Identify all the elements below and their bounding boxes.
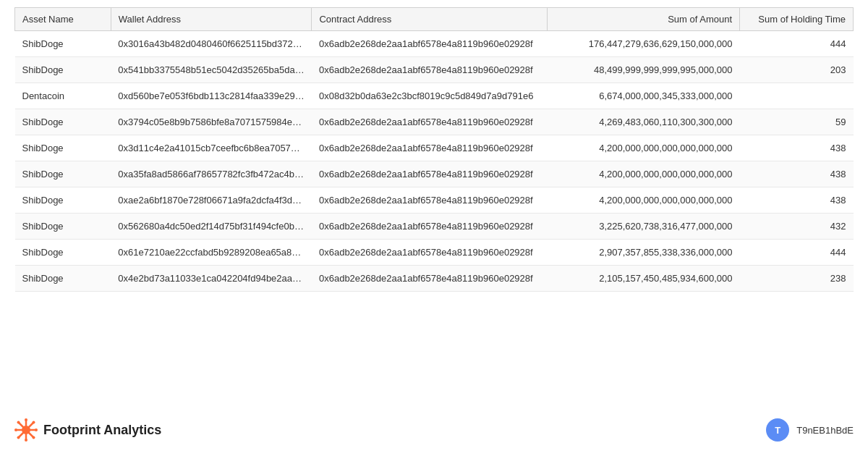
cell-wallet: 0xae2a6bf1870e728f06671a9fa2dcfa4f3d5843… [111, 187, 312, 214]
svg-point-9 [17, 421, 20, 424]
cell-wallet: 0xd560be7e053f6bdb113c2814faa339e29f4a38… [111, 83, 312, 109]
cell-wallet: 0x4e2bd73a11033e1ca042204fd94be2aa70f105… [111, 266, 312, 292]
cell-contract: 0x6adb2e268de2aa1abf6578e4a8119b960e0292… [312, 266, 548, 292]
table-row: ShibDoge0x3794c05e8b9b7586bfe8a707157598… [15, 109, 854, 135]
col-header-holding[interactable]: Sum of Holding Time [740, 8, 854, 31]
svg-point-6 [25, 439, 27, 442]
cell-wallet: 0x61e7210ae22ccfabd5b9289208ea65a8718b04… [111, 240, 312, 266]
table-row: ShibDoge0x3016a43b482d0480460f6625115bd3… [15, 31, 854, 57]
col-header-contract[interactable]: Contract Address [312, 8, 548, 31]
footprint-logo-icon [14, 418, 38, 442]
logo-text: Footprint Analytics [43, 423, 161, 438]
table-row: ShibDoge0x562680a4dc50ed2f14d75bf31f494c… [15, 214, 854, 240]
table-row: ShibDoge0xa35fa8ad5866af78657782fc3fb472… [15, 161, 854, 187]
cell-contract: 0x6adb2e268de2aa1abf6578e4a8119b960e0292… [312, 161, 548, 187]
cell-wallet: 0x3016a43b482d0480460f6625115bd372fe90c6… [111, 31, 312, 57]
cell-amount: 48,499,999,999,999,995,000,000 [548, 57, 740, 83]
cell-wallet: 0x541bb3375548b51ec5042d35265ba5da31814f… [111, 57, 312, 83]
data-table: Asset Name Wallet Address Contract Addre… [14, 7, 854, 292]
cell-wallet: 0x562680a4dc50ed2f14d75bf31f494cfe0b8d10… [111, 214, 312, 240]
user-id: T9nEB1hBdE [796, 425, 854, 436]
cell-holding: 203 [740, 57, 854, 83]
cell-holding: 238 [740, 266, 854, 292]
table-row: ShibDoge0x61e7210ae22ccfabd5b9289208ea65… [15, 240, 854, 266]
svg-point-8 [35, 428, 38, 431]
cell-asset: Dentacoin [15, 83, 111, 109]
cell-contract: 0x6adb2e268de2aa1abf6578e4a8119b960e0292… [312, 57, 548, 83]
svg-point-10 [33, 436, 35, 439]
svg-point-7 [14, 428, 17, 431]
cell-amount: 176,447,279,636,629,150,000,000 [548, 31, 740, 57]
table-row: ShibDoge0x541bb3375548b51ec5042d35265ba5… [15, 57, 854, 83]
table-row: ShibDoge0xae2a6bf1870e728f06671a9fa2dcfa… [15, 187, 854, 214]
cell-amount: 6,674,000,000,345,333,000,000 [548, 83, 740, 109]
svg-point-12 [17, 436, 20, 439]
table-header-row: Asset Name Wallet Address Contract Addre… [15, 8, 854, 31]
cell-asset: ShibDoge [15, 214, 111, 240]
cell-asset: ShibDoge [15, 187, 111, 214]
cell-asset: ShibDoge [15, 57, 111, 83]
cell-holding: 444 [740, 240, 854, 266]
cell-holding: 432 [740, 214, 854, 240]
cell-contract: 0x6adb2e268de2aa1abf6578e4a8119b960e0292… [312, 31, 548, 57]
cell-contract: 0x6adb2e268de2aa1abf6578e4a8119b960e0292… [312, 187, 548, 214]
cell-contract: 0x08d32b0da63e2c3bcf8019c9c5d849d7a9d791… [312, 83, 548, 109]
cell-amount: 2,105,157,450,485,934,600,000 [548, 266, 740, 292]
cell-holding: 438 [740, 161, 854, 187]
cell-amount: 4,200,000,000,000,000,000,000 [548, 135, 740, 161]
page-wrapper: Asset Name Wallet Address Contract Addre… [0, 0, 868, 456]
cell-amount: 2,907,357,855,338,336,000,000 [548, 240, 740, 266]
cell-contract: 0x6adb2e268de2aa1abf6578e4a8119b960e0292… [312, 240, 548, 266]
cell-amount: 4,200,000,000,000,000,000,000 [548, 187, 740, 214]
cell-contract: 0x6adb2e268de2aa1abf6578e4a8119b960e0292… [312, 135, 548, 161]
table-row: ShibDoge0x4e2bd73a11033e1ca042204fd94be2… [15, 266, 854, 292]
cell-wallet: 0xa35fa8ad5866af78657782fc3fb472ac4b5ad5… [111, 161, 312, 187]
col-header-amount[interactable]: Sum of Amount [548, 8, 740, 31]
cell-asset: ShibDoge [15, 161, 111, 187]
cell-holding: 59 [740, 109, 854, 135]
table-body: ShibDoge0x3016a43b482d0480460f6625115bd3… [15, 31, 854, 292]
table-row: Dentacoin0xd560be7e053f6bdb113c2814faa33… [15, 83, 854, 109]
logo-area: Footprint Analytics [14, 418, 161, 442]
cell-contract: 0x6adb2e268de2aa1abf6578e4a8119b960e0292… [312, 214, 548, 240]
cell-holding: 438 [740, 135, 854, 161]
cell-asset: ShibDoge [15, 266, 111, 292]
cell-holding: 438 [740, 187, 854, 214]
col-header-asset[interactable]: Asset Name [15, 8, 111, 31]
cell-wallet: 0x3d11c4e2a41015cb7ceefbc6b8ea70570373c7… [111, 135, 312, 161]
footer: Footprint Analytics T T9nEB1hBdE [14, 408, 854, 442]
cell-holding: 444 [740, 31, 854, 57]
svg-point-11 [33, 421, 35, 424]
cell-holding [740, 83, 854, 109]
cell-asset: ShibDoge [15, 109, 111, 135]
table-row: ShibDoge0x3d11c4e2a41015cb7ceefbc6b8ea70… [15, 135, 854, 161]
user-avatar: T [766, 418, 789, 442]
cell-asset: ShibDoge [15, 31, 111, 57]
svg-point-5 [25, 418, 27, 421]
table-container: Asset Name Wallet Address Contract Addre… [14, 7, 854, 408]
user-area[interactable]: T T9nEB1hBdE [766, 418, 854, 442]
cell-amount: 4,269,483,060,110,300,300,000 [548, 109, 740, 135]
col-header-wallet[interactable]: Wallet Address [111, 8, 312, 31]
cell-amount: 3,225,620,738,316,477,000,000 [548, 214, 740, 240]
cell-contract: 0x6adb2e268de2aa1abf6578e4a8119b960e0292… [312, 109, 548, 135]
cell-asset: ShibDoge [15, 135, 111, 161]
cell-asset: ShibDoge [15, 240, 111, 266]
cell-amount: 4,200,000,000,000,000,000,000 [548, 161, 740, 187]
cell-wallet: 0x3794c05e8b9b7586bfe8a7071575984ee8c1fa… [111, 109, 312, 135]
